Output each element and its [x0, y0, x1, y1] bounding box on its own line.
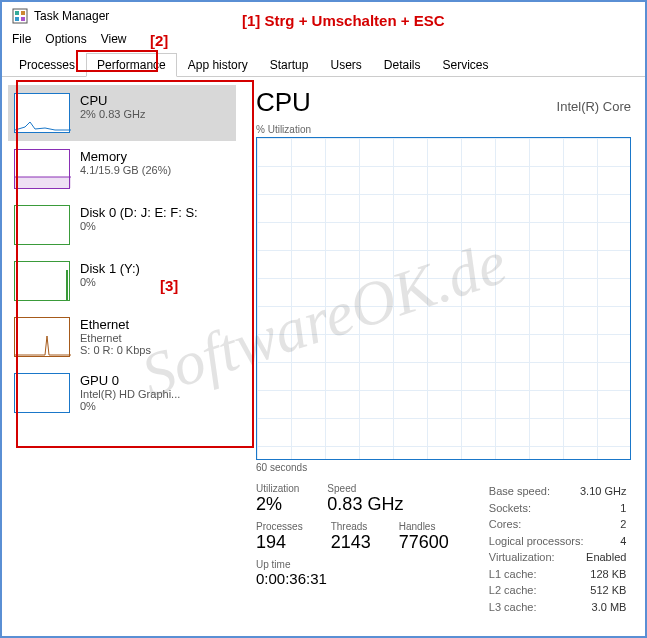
resource-disk0[interactable]: Disk 0 (D: J: E: F: S: 0% — [8, 197, 236, 253]
stat-label: L2 cache: — [489, 582, 537, 599]
value-speed: 0.83 GHz — [327, 494, 403, 515]
stat-line: L1 cache:128 KB — [489, 566, 627, 583]
menu-file[interactable]: File — [12, 32, 31, 46]
label-utilization: Utilization — [256, 483, 299, 494]
tab-startup[interactable]: Startup — [259, 53, 320, 77]
resource-sub: Ethernet — [80, 332, 151, 344]
resource-title: Ethernet — [80, 317, 151, 332]
label-speed: Speed — [327, 483, 403, 494]
menu-bar: File Options View — [2, 30, 645, 52]
resource-title: Memory — [80, 149, 171, 164]
ethernet-thumb — [14, 317, 70, 357]
disk-thumb — [14, 261, 70, 301]
stat-line: L3 cache:3.0 MB — [489, 599, 627, 616]
svg-rect-5 — [15, 177, 71, 188]
menu-view[interactable]: View — [101, 32, 127, 46]
resource-sub2: S: 0 R: 0 Kbps — [80, 344, 151, 356]
stat-label: L1 cache: — [489, 566, 537, 583]
gpu-thumb — [14, 373, 70, 413]
stat-value: 3.0 MB — [592, 599, 627, 616]
cpu-thumb — [14, 93, 70, 133]
resource-sub: 0% — [80, 276, 140, 288]
menu-options[interactable]: Options — [45, 32, 86, 46]
resource-disk1[interactable]: Disk 1 (Y:) 0% — [8, 253, 236, 309]
cpu-utilization-chart — [256, 137, 631, 460]
stat-value: 512 KB — [590, 582, 626, 599]
value-handles: 77600 — [399, 532, 449, 553]
chart-top-label: % Utilization — [256, 124, 631, 135]
resource-title: Disk 0 (D: J: E: F: S: — [80, 205, 198, 220]
stat-line: Cores:2 — [489, 516, 627, 533]
resource-sub: 4.1/15.9 GB (26%) — [80, 164, 171, 176]
stat-label: Logical processors: — [489, 533, 584, 550]
resource-memory[interactable]: Memory 4.1/15.9 GB (26%) — [8, 141, 236, 197]
label-processes: Processes — [256, 521, 303, 532]
svg-rect-1 — [15, 11, 19, 15]
stat-label: Cores: — [489, 516, 521, 533]
tab-apphistory[interactable]: App history — [177, 53, 259, 77]
value-processes: 194 — [256, 532, 303, 553]
stat-value: 3.10 GHz — [580, 483, 626, 500]
stat-label: Virtualization: — [489, 549, 555, 566]
stats-right: Base speed:3.10 GHzSockets:1Cores:2Logic… — [489, 483, 627, 615]
chart-bottom-label: 60 seconds — [256, 462, 631, 473]
svg-rect-2 — [21, 11, 25, 15]
resource-title: GPU 0 — [80, 373, 180, 388]
detail-title: CPU — [256, 87, 311, 118]
window-title: Task Manager — [34, 9, 109, 23]
label-threads: Threads — [331, 521, 371, 532]
stat-label: Sockets: — [489, 500, 531, 517]
value-uptime: 0:00:36:31 — [256, 570, 449, 587]
tab-processes[interactable]: Processes — [8, 53, 86, 77]
resource-title: CPU — [80, 93, 145, 108]
taskmgr-icon — [12, 8, 28, 24]
value-threads: 2143 — [331, 532, 371, 553]
stat-line: L2 cache:512 KB — [489, 582, 627, 599]
stat-label: Base speed: — [489, 483, 550, 500]
stat-label: L3 cache: — [489, 599, 537, 616]
resource-ethernet[interactable]: Ethernet Ethernet S: 0 R: 0 Kbps — [8, 309, 236, 365]
tab-bar: Processes Performance App history Startu… — [2, 52, 645, 77]
resource-title: Disk 1 (Y:) — [80, 261, 140, 276]
label-uptime: Up time — [256, 559, 449, 570]
detail-pane: CPU Intel(R) Core % Utilization 60 secon… — [242, 77, 645, 625]
stat-value: 2 — [620, 516, 626, 533]
resource-gpu0[interactable]: GPU 0 Intel(R) HD Graphi... 0% — [8, 365, 236, 421]
stat-value: Enabled — [586, 549, 626, 566]
title-bar: Task Manager — [2, 2, 645, 30]
resource-sidebar: CPU 2% 0.83 GHz Memory 4.1/15.9 GB (26%)… — [2, 77, 242, 625]
tab-services[interactable]: Services — [432, 53, 500, 77]
label-handles: Handles — [399, 521, 449, 532]
stat-value: 128 KB — [590, 566, 626, 583]
value-utilization: 2% — [256, 494, 299, 515]
stats-block: Utilization2% Speed0.83 GHz Processes194… — [256, 483, 631, 615]
stat-value: 4 — [620, 533, 626, 550]
detail-device: Intel(R) Core — [557, 99, 631, 114]
svg-rect-4 — [21, 17, 25, 21]
resource-sub: 0% — [80, 220, 198, 232]
memory-thumb — [14, 149, 70, 189]
stat-line: Logical processors:4 — [489, 533, 627, 550]
resource-cpu[interactable]: CPU 2% 0.83 GHz — [8, 85, 236, 141]
content-area: CPU 2% 0.83 GHz Memory 4.1/15.9 GB (26%)… — [2, 77, 645, 625]
tab-details[interactable]: Details — [373, 53, 432, 77]
resource-sub: 2% 0.83 GHz — [80, 108, 145, 120]
stat-line: Base speed:3.10 GHz — [489, 483, 627, 500]
resource-sub: Intel(R) HD Graphi... — [80, 388, 180, 400]
disk-thumb — [14, 205, 70, 245]
svg-rect-3 — [15, 17, 19, 21]
stat-line: Sockets:1 — [489, 500, 627, 517]
resource-sub2: 0% — [80, 400, 180, 412]
tab-users[interactable]: Users — [319, 53, 372, 77]
stat-value: 1 — [620, 500, 626, 517]
tab-performance[interactable]: Performance — [86, 53, 177, 77]
stat-line: Virtualization:Enabled — [489, 549, 627, 566]
